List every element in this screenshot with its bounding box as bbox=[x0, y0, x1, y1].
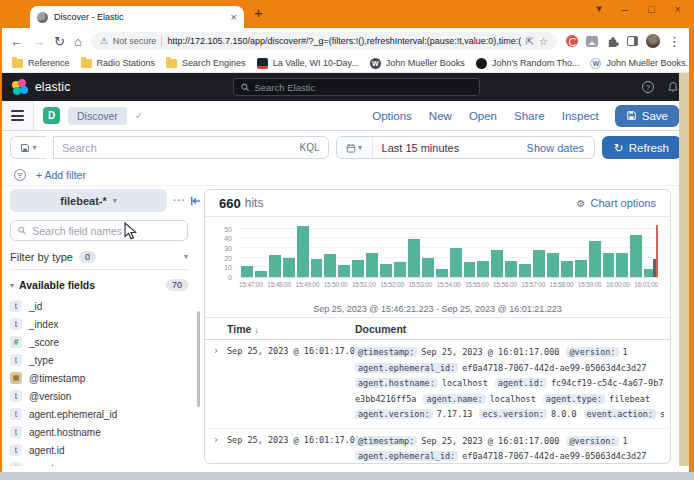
show-dates-link[interactable]: Show dates bbox=[527, 142, 594, 154]
url-text[interactable]: http://172.105.7.150/app/discover#/?_g=(… bbox=[167, 36, 520, 46]
histogram-bar[interactable] bbox=[505, 261, 517, 277]
forward-icon[interactable]: → bbox=[32, 35, 45, 48]
field-search-input[interactable] bbox=[32, 225, 180, 237]
histogram-bar[interactable] bbox=[269, 255, 281, 277]
menu-share[interactable]: Share bbox=[514, 110, 545, 122]
histogram-bar[interactable] bbox=[533, 250, 545, 277]
field-badge[interactable]: agent.hostname: bbox=[355, 378, 438, 388]
histogram-bar[interactable] bbox=[338, 265, 350, 277]
menu-inspect[interactable]: Inspect bbox=[562, 110, 599, 122]
field-item[interactable]: tagent.id bbox=[10, 441, 202, 459]
extensions-puzzle-icon[interactable] bbox=[606, 35, 619, 48]
field-item[interactable]: tagent.hostname bbox=[10, 423, 202, 441]
histogram-bar[interactable] bbox=[436, 269, 448, 277]
help-icon[interactable]: ? bbox=[642, 81, 654, 93]
breadcrumb[interactable]: Discover bbox=[68, 107, 127, 125]
histogram-bar[interactable] bbox=[311, 259, 323, 277]
address-bar[interactable]: ⚠ Not secure http://172.105.7.150/app/di… bbox=[91, 32, 557, 50]
new-tab-button[interactable]: + bbox=[254, 4, 263, 21]
field-badge[interactable]: agent.type: bbox=[543, 394, 605, 404]
expand-row-icon[interactable]: › bbox=[205, 345, 227, 423]
bookmark-item[interactable]: WJohn Mueller Books... bbox=[590, 58, 693, 69]
bookmark-item[interactable]: John's Random Tho... bbox=[476, 58, 580, 69]
home-icon[interactable]: ⌂ bbox=[74, 35, 82, 48]
bookmark-item[interactable]: Search Engines bbox=[166, 58, 246, 68]
time-range-value[interactable]: Last 15 minutes bbox=[373, 142, 460, 154]
back-icon[interactable]: ← bbox=[10, 35, 23, 48]
tab-close-icon[interactable]: × bbox=[231, 11, 237, 23]
histogram-bar[interactable] bbox=[297, 226, 309, 277]
field-badge[interactable]: agent.ephemeral_id: bbox=[355, 363, 458, 373]
filter-icon[interactable] bbox=[13, 168, 27, 182]
menu-options[interactable]: Options bbox=[372, 110, 412, 122]
kql-search-field[interactable]: KQL bbox=[53, 136, 329, 159]
profile-avatar[interactable] bbox=[646, 34, 660, 48]
field-badge[interactable]: @version: bbox=[566, 347, 618, 357]
menu-open[interactable]: Open bbox=[469, 110, 497, 122]
field-badge[interactable]: agent.name: bbox=[423, 394, 485, 404]
field-badge[interactable]: event.action: bbox=[584, 409, 657, 419]
table-row[interactable]: ›Sep 25, 2023 @ 16:01:17.000@timestamp:S… bbox=[205, 340, 670, 429]
histogram-bar[interactable] bbox=[241, 266, 253, 277]
histogram-bar[interactable] bbox=[491, 250, 503, 277]
expand-row-icon[interactable]: › bbox=[205, 434, 227, 465]
field-item[interactable]: tagent.ephemeral_id bbox=[10, 405, 202, 423]
save-button[interactable]: Save bbox=[615, 105, 679, 127]
close-button[interactable]: × bbox=[675, 3, 681, 15]
field-badge[interactable]: agent.version: bbox=[355, 409, 433, 419]
field-badge[interactable]: @timestamp: bbox=[355, 436, 417, 446]
histogram-bar[interactable] bbox=[547, 253, 559, 277]
bookmark-star-icon[interactable]: ☆ bbox=[539, 36, 548, 47]
histogram-bar[interactable] bbox=[422, 258, 434, 277]
index-options-icon[interactable]: ··· bbox=[173, 195, 186, 206]
histogram-bar[interactable] bbox=[408, 239, 420, 277]
histogram-bar[interactable] bbox=[630, 235, 642, 277]
histogram-bar[interactable] bbox=[561, 261, 573, 277]
saved-queries-button[interactable]: ▾ bbox=[10, 136, 46, 159]
field-badge[interactable]: agent.ephemeral_id: bbox=[355, 451, 458, 461]
field-badge[interactable]: @timestamp: bbox=[355, 347, 417, 357]
table-row[interactable]: ›Sep 25, 2023 @ 16:01:17.000@timestamp:S… bbox=[205, 429, 670, 465]
field-search[interactable] bbox=[10, 220, 188, 241]
histogram-bar[interactable] bbox=[477, 261, 489, 277]
reload-icon[interactable]: ↻ bbox=[54, 35, 65, 48]
field-badge[interactable]: ecs.version: bbox=[479, 409, 546, 419]
bookmark-item[interactable]: Radio Stations bbox=[81, 58, 156, 68]
field-item[interactable]: t_id bbox=[10, 297, 202, 315]
histogram-bar[interactable] bbox=[255, 271, 267, 277]
add-filter-link[interactable]: + Add filter bbox=[36, 169, 86, 181]
security-label[interactable]: Not secure bbox=[113, 36, 157, 46]
available-fields-header[interactable]: ▾ Available fields 70 bbox=[10, 279, 188, 291]
calendar-button[interactable]: ▾ bbox=[337, 137, 373, 158]
elastic-logo[interactable] bbox=[12, 79, 28, 95]
side-panel-icon[interactable] bbox=[627, 36, 638, 46]
date-picker[interactable]: ▾ Last 15 minutes Show dates bbox=[336, 136, 596, 159]
histogram-bar[interactable] bbox=[603, 253, 615, 277]
page-scrollbar[interactable] bbox=[679, 73, 689, 466]
histogram-bar[interactable] bbox=[519, 264, 531, 277]
alerts-bell-icon[interactable] bbox=[667, 81, 679, 93]
time-column-header[interactable]: Time ↓ bbox=[227, 323, 355, 335]
bookmark-item[interactable]: Reference bbox=[12, 58, 70, 68]
tab-search-icon[interactable]: ▾ bbox=[596, 2, 602, 15]
refresh-button[interactable]: ↻ Refresh bbox=[602, 136, 681, 159]
share-icon[interactable]: ⇱ bbox=[526, 36, 534, 47]
histogram-bar[interactable] bbox=[352, 260, 364, 277]
browser-menu-kebab-icon[interactable]: ⋮ bbox=[668, 35, 681, 48]
menu-toggle[interactable] bbox=[2, 101, 34, 130]
histogram-bar[interactable] bbox=[616, 253, 628, 277]
index-pattern-select[interactable]: filebeat-* ▾ bbox=[10, 189, 167, 212]
histogram-bar[interactable] bbox=[283, 258, 295, 277]
chart-options-link[interactable]: ⚙ Chart options bbox=[577, 197, 656, 209]
field-badge[interactable]: @version: bbox=[566, 436, 618, 446]
bookmark-item[interactable]: La Valle, WI 10-Day... bbox=[257, 58, 359, 69]
search-input[interactable] bbox=[62, 142, 294, 154]
minimize-button[interactable]: – bbox=[622, 3, 628, 15]
field-item[interactable]: t_type bbox=[10, 351, 202, 369]
bookmark-item[interactable]: WJohn Mueller Books bbox=[370, 58, 465, 69]
browser-tab[interactable]: Discover - Elastic × bbox=[30, 6, 244, 28]
histogram-bar[interactable] bbox=[589, 241, 601, 277]
histogram-chart[interactable]: 01020304050 15:47:0015:48:0015:49:0015:5… bbox=[213, 225, 660, 303]
global-search-input[interactable] bbox=[254, 82, 472, 93]
histogram-bar[interactable] bbox=[450, 248, 462, 277]
